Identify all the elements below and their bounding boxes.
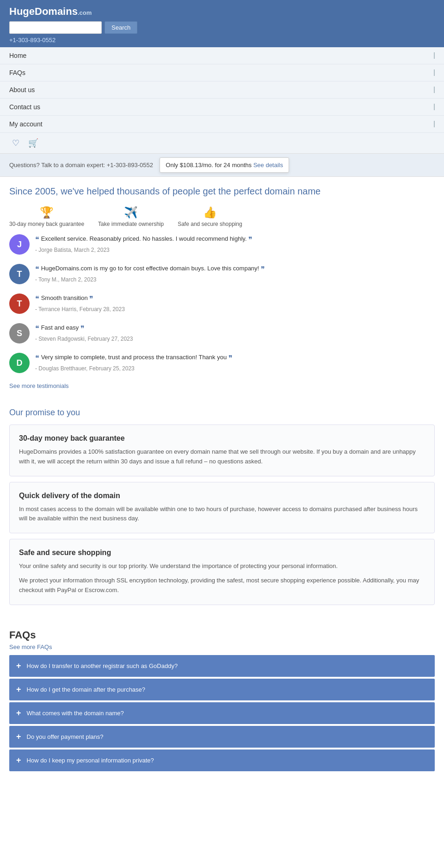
site-header: HugeDomains.com Search +1-303-893-0552 <box>0 0 444 47</box>
testimonial-3: S ❝ Fast and easy ❞ - Steven Radgowski, … <box>9 323 435 343</box>
faq-plus-2: + <box>16 708 21 718</box>
nav-item-contact[interactable]: Contact us <box>0 99 444 116</box>
promise-card-0: 30-day money back guarantee HugeDomains … <box>9 425 435 476</box>
tooltip-popup: Only $108.13/mo. for 24 months See detai… <box>160 157 289 173</box>
testimonial-author-0: - Jorge Batista, March 2, 2023 <box>35 247 435 253</box>
promise-card-text-2-2: We protect your information through SSL … <box>19 576 425 595</box>
testimonial-4: D ❝ Very simple to complete, trust and p… <box>9 353 435 373</box>
avatar-1: T <box>9 264 30 284</box>
cart-icon[interactable]: 🛒 <box>27 137 40 150</box>
quote-open-2: ❝ <box>35 295 39 303</box>
header-phone: +1-303-893-0552 <box>9 37 435 44</box>
testimonial-2: T ❝ Smooth transition ❞ - Terrance Harri… <box>9 293 435 314</box>
quote-open-1: ❝ <box>35 265 39 273</box>
feature-money-back: 🏆 30-day money back guarantee <box>9 206 84 227</box>
testimonial-content-2: ❝ Smooth transition ❞ - Terrance Harris,… <box>35 293 435 312</box>
nav-divider-home <box>434 52 435 59</box>
avatar-4: D <box>9 353 30 373</box>
promise-card-text-2-1: Your online safety and security is our t… <box>19 562 425 571</box>
testimonial-author-2: - Terrance Harris, February 28, 2023 <box>35 306 435 312</box>
safe-icon: 👍 <box>203 206 217 219</box>
testimonial-author-1: - Tony M., March 2, 2023 <box>35 276 435 283</box>
quote-open-4: ❝ <box>35 354 39 362</box>
testimonial-author-3: - Steven Radgowski, February 27, 2023 <box>35 336 435 342</box>
promise-card-2: Safe and secure shopping Your online saf… <box>9 539 435 605</box>
avatar-3: S <box>9 323 30 343</box>
faq-plus-4: + <box>16 756 21 765</box>
testimonial-author-4: - Douglas Bretthauer, February 25, 2023 <box>35 365 435 372</box>
site-logo: HugeDomains.com <box>9 6 435 18</box>
nav-icon-row: ♡ 🛒 <box>0 133 444 153</box>
logo-com: .com <box>78 9 92 16</box>
quote-close-1: ❞ <box>261 265 265 273</box>
search-button[interactable]: Search <box>105 21 137 34</box>
promise-card-title-0: 30-day money back guarantee <box>19 434 425 443</box>
quote-close-2: ❞ <box>89 295 93 303</box>
nav-item-home[interactable]: Home <box>0 47 444 64</box>
faq-item-4[interactable]: + How do I keep my personal information … <box>9 749 435 771</box>
faq-item-1[interactable]: + How do I get the domain after the purc… <box>9 679 435 700</box>
see-more-testimonials-link[interactable]: See more testimonials <box>9 382 435 389</box>
faq-item-2[interactable]: + What comes with the domain name? <box>9 702 435 724</box>
promise-card-title-2: Safe and secure shopping <box>19 549 425 557</box>
ownership-icon: ✈️ <box>124 206 138 219</box>
nav-divider-myaccount <box>434 121 435 127</box>
quote-open-0: ❝ <box>35 236 39 244</box>
avatar-2: T <box>9 293 30 314</box>
search-input[interactable] <box>9 21 102 34</box>
main-nav: Home FAQs About us Contact us My account… <box>0 47 444 154</box>
promo-bar: Questions? Talk to a domain expert: +1-3… <box>0 154 444 177</box>
feature-immediate-ownership: ✈️ Take immediate ownership <box>98 206 164 227</box>
money-back-icon: 🏆 <box>40 206 54 219</box>
faq-item-0[interactable]: + How do I transfer to another registrar… <box>9 655 435 677</box>
nav-item-myaccount[interactable]: My account <box>0 116 444 133</box>
promise-card-1: Quick delivery of the domain In most cas… <box>9 482 435 534</box>
feature-safe-shopping: 👍 Safe and secure shopping <box>178 206 242 227</box>
avatar-0: J <box>9 234 30 255</box>
testimonial-content-1: ❝ HugeDomains.com is my go to for cost e… <box>35 264 435 283</box>
faq-item-3[interactable]: + Do you offer payment plans? <box>9 726 435 748</box>
nav-divider-about <box>434 87 435 93</box>
quote-close-4: ❞ <box>228 354 233 362</box>
testimonials-section: J ❝ Excellent service. Reasonably priced… <box>0 234 444 373</box>
testimonial-1: T ❝ HugeDomains.com is my go to for cost… <box>9 264 435 284</box>
nav-item-faqs[interactable]: FAQs <box>0 64 444 81</box>
page-title-section: Since 2005, we've helped thousands of pe… <box>0 177 444 201</box>
see-more-faqs-link[interactable]: See more FAQs <box>9 643 435 650</box>
logo-text: HugeDomains <box>9 6 78 17</box>
quote-close-3: ❞ <box>80 325 85 332</box>
faq-plus-3: + <box>16 732 21 742</box>
faqs-heading: FAQs <box>9 629 435 641</box>
nav-divider-faqs <box>434 69 435 76</box>
nav-item-about[interactable]: About us <box>0 81 444 99</box>
quote-open-3: ❝ <box>35 325 39 332</box>
testimonial-content-4: ❝ Very simple to complete, trust and pro… <box>35 353 435 372</box>
see-details-link[interactable]: See details <box>253 162 283 169</box>
promise-card-text-0: HugeDomains provides a 100% satisfaction… <box>19 447 425 467</box>
promise-card-title-1: Quick delivery of the domain <box>19 492 425 500</box>
faq-plus-0: + <box>16 661 21 671</box>
promise-heading: Our promise to you <box>9 408 435 418</box>
faqs-section: FAQs See more FAQs + How do I transfer t… <box>0 620 444 782</box>
page-title: Since 2005, we've helped thousands of pe… <box>9 186 435 197</box>
testimonial-content-3: ❝ Fast and easy ❞ - Steven Radgowski, Fe… <box>35 323 435 342</box>
nav-divider-contact <box>434 104 435 110</box>
testimonial-content-0: ❝ Excellent service. Reasonably priced. … <box>35 234 435 253</box>
promise-card-text-1: In most cases access to the domain will … <box>19 505 425 524</box>
promise-section: Our promise to you 30-day money back gua… <box>0 399 444 620</box>
quote-close-0: ❞ <box>248 236 253 244</box>
features-row: 🏆 30-day money back guarantee ✈️ Take im… <box>0 201 444 234</box>
wishlist-icon[interactable]: ♡ <box>9 137 22 150</box>
testimonial-0: J ❝ Excellent service. Reasonably priced… <box>9 234 435 255</box>
search-row: Search <box>9 21 435 34</box>
faq-plus-1: + <box>16 685 21 694</box>
